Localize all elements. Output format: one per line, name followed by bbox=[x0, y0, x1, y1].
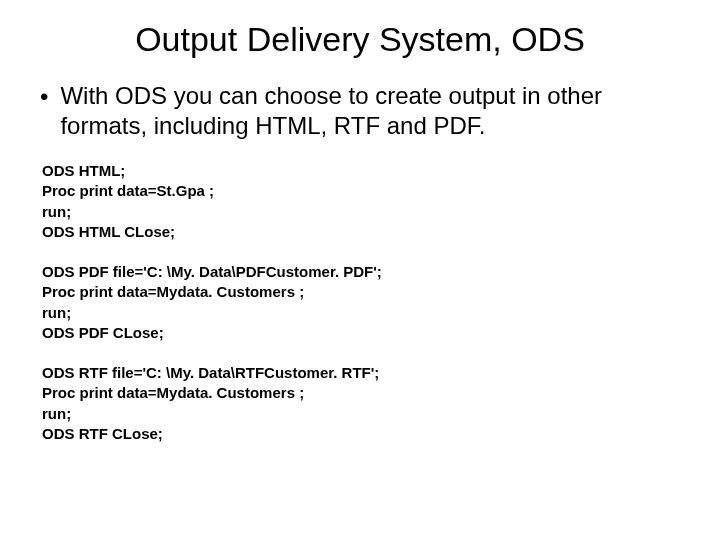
code-line: Proc print data=Mydata. Customers ; bbox=[42, 282, 680, 302]
code-section: ODS HTML; Proc print data=St.Gpa ; run; … bbox=[42, 161, 680, 444]
code-line: ODS PDF CLose; bbox=[42, 323, 680, 343]
code-line: ODS HTML; bbox=[42, 161, 680, 181]
code-line: run; bbox=[42, 404, 680, 424]
code-line: ODS PDF file='C: \My. Data\PDFCustomer. … bbox=[42, 262, 680, 282]
code-block-rtf: ODS RTF file='C: \My. Data\RTFCustomer. … bbox=[42, 363, 680, 444]
code-line: run; bbox=[42, 202, 680, 222]
code-line: Proc print data=St.Gpa ; bbox=[42, 181, 680, 201]
bullet-item: • With ODS you can choose to create outp… bbox=[40, 81, 680, 141]
code-line: ODS RTF file='C: \My. Data\RTFCustomer. … bbox=[42, 363, 680, 383]
bullet-text: With ODS you can choose to create output… bbox=[60, 81, 680, 141]
code-block-html: ODS HTML; Proc print data=St.Gpa ; run; … bbox=[42, 161, 680, 242]
slide-title: Output Delivery System, ODS bbox=[40, 20, 680, 59]
bullet-marker: • bbox=[40, 83, 48, 112]
code-line: run; bbox=[42, 303, 680, 323]
code-block-pdf: ODS PDF file='C: \My. Data\PDFCustomer. … bbox=[42, 262, 680, 343]
code-line: ODS RTF CLose; bbox=[42, 424, 680, 444]
code-line: Proc print data=Mydata. Customers ; bbox=[42, 383, 680, 403]
code-line: ODS HTML CLose; bbox=[42, 222, 680, 242]
